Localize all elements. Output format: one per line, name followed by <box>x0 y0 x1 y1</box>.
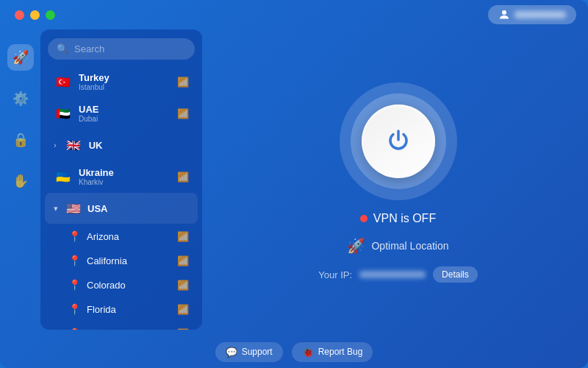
minimize-button[interactable] <box>30 10 40 20</box>
uae-name: UAE <box>79 104 171 115</box>
search-bar: 🔍 <box>48 38 195 60</box>
server-item-usa[interactable]: 🇺🇸 USA <box>45 193 198 224</box>
server-subitem-colorado[interactable]: 📍 Colorado 📶 <box>45 273 198 297</box>
vpn-status: VPN is OFF <box>360 212 436 225</box>
right-panel: VPN is OFF 🚀 Optimal Location Your IP: D… <box>208 29 588 336</box>
ukraine-flag: 🇺🇦 <box>54 167 73 186</box>
report-bug-label: Report Bug <box>318 347 363 357</box>
user-icon <box>498 9 510 21</box>
uk-name: UK <box>89 140 189 151</box>
report-bug-button[interactable]: 🐞 Report Bug <box>292 342 373 362</box>
settings-nav-icon: ⚙️ <box>12 91 29 107</box>
turkey-flag: 🇹🇷 <box>54 72 73 91</box>
uk-info: UK <box>89 140 189 151</box>
server-item-turkey[interactable]: 🇹🇷 Turkey Istanbul 📶 <box>45 66 198 97</box>
maximize-button[interactable] <box>46 10 55 20</box>
uk-flag: 🇬🇧 <box>64 135 83 155</box>
main-content: 🚀 ⚙️ 🔒 ✋ 🔍 🇹🇷 Tu <box>0 29 588 336</box>
turkey-name: Turkey <box>79 72 171 83</box>
california-signal-icon: 📶 <box>177 255 189 266</box>
rocket-icon: 🚀 <box>347 237 365 255</box>
uae-info: UAE Dubai <box>79 104 171 123</box>
california-pin-icon: 📍 <box>68 255 81 266</box>
sidebar-item-privacy[interactable]: ✋ <box>7 168 34 194</box>
sidebar-item-security[interactable]: 🔒 <box>7 127 34 153</box>
search-icon: 🔍 <box>57 43 68 54</box>
title-bar <box>0 0 588 29</box>
hand-nav-icon: ✋ <box>12 173 29 189</box>
user-account-button[interactable] <box>488 5 576 24</box>
sidebar-item-servers[interactable]: 🚀 <box>7 44 34 71</box>
server-panel: 🔍 🇹🇷 Turkey Istanbul 📶 🇦🇪 <box>40 29 202 330</box>
support-button[interactable]: 💬 Support <box>215 342 283 362</box>
uae-flag: 🇦🇪 <box>54 104 73 123</box>
arizona-name: Arizona <box>87 231 171 242</box>
traffic-lights <box>15 10 55 20</box>
server-item-ukraine[interactable]: 🇺🇦 Ukraine Kharkiv 📶 <box>45 161 198 192</box>
turkey-city: Istanbul <box>79 83 171 91</box>
power-icon <box>384 127 413 156</box>
sidebar-item-settings[interactable]: ⚙️ <box>7 85 34 112</box>
arizona-pin-icon: 📍 <box>68 230 81 242</box>
vpn-status-label: VPN is OFF <box>373 212 436 225</box>
app-window: 🚀 ⚙️ 🔒 ✋ 🔍 🇹🇷 Tu <box>0 0 588 368</box>
california-name: California <box>87 255 171 266</box>
ukraine-city: Kharkiv <box>79 178 171 186</box>
bottom-bar: 💬 Support 🐞 Report Bug <box>0 336 588 368</box>
lock-nav-icon: 🔒 <box>12 132 29 148</box>
colorado-pin-icon: 📍 <box>68 279 81 291</box>
server-subitem-arizona[interactable]: 📍 Arizona 📶 <box>45 224 198 248</box>
server-list: 🇹🇷 Turkey Istanbul 📶 🇦🇪 UAE Dubai 📶 <box>40 66 202 330</box>
ukraine-name: Ukraine <box>79 167 171 178</box>
sidebar-icons: 🚀 ⚙️ 🔒 ✋ <box>0 29 40 336</box>
servers-nav-icon: 🚀 <box>12 49 29 66</box>
optimal-location[interactable]: 🚀 Optimal Location <box>347 237 448 255</box>
close-button[interactable] <box>15 10 24 20</box>
optimal-location-label: Optimal Location <box>371 240 448 252</box>
arizona-signal-icon: 📶 <box>177 231 189 242</box>
usa-flag: 🇺🇸 <box>64 199 83 218</box>
server-subitem-georgia[interactable]: 📍 Georgia 📶 <box>45 322 198 330</box>
search-input[interactable] <box>74 43 186 54</box>
uae-city: Dubai <box>79 115 171 123</box>
ip-value <box>359 271 426 278</box>
georgia-name: Georgia <box>87 328 171 330</box>
georgia-pin-icon: 📍 <box>68 328 81 330</box>
bug-icon: 🐞 <box>302 347 314 358</box>
ip-row: Your IP: Details <box>318 266 477 283</box>
uk-expand-icon <box>54 141 57 149</box>
support-icon: 💬 <box>226 347 237 358</box>
georgia-signal-icon: 📶 <box>177 328 189 330</box>
usa-name: USA <box>87 203 107 214</box>
florida-pin-icon: 📍 <box>68 303 81 315</box>
details-button[interactable]: Details <box>433 266 478 283</box>
uae-signal-icon: 📶 <box>177 108 189 119</box>
server-item-uae[interactable]: 🇦🇪 UAE Dubai 📶 <box>45 98 198 129</box>
power-ring-outer <box>340 82 457 200</box>
power-button[interactable] <box>362 105 435 178</box>
username-label <box>514 11 566 18</box>
colorado-name: Colorado <box>87 280 171 291</box>
turkey-signal-icon: 📶 <box>177 77 189 88</box>
ukraine-signal-icon: 📶 <box>177 171 189 183</box>
ukraine-info: Ukraine Kharkiv <box>79 167 171 186</box>
ip-label: Your IP: <box>318 269 352 280</box>
power-ring-middle <box>351 93 446 189</box>
florida-name: Florida <box>87 304 171 315</box>
support-label: Support <box>242 347 273 357</box>
florida-signal-icon: 📶 <box>177 304 189 315</box>
usa-expand-icon <box>54 204 58 213</box>
colorado-signal-icon: 📶 <box>177 280 189 291</box>
turkey-info: Turkey Istanbul <box>79 72 171 91</box>
server-subitem-california[interactable]: 📍 California 📶 <box>45 249 198 272</box>
server-subitem-florida[interactable]: 📍 Florida 📶 <box>45 297 198 321</box>
server-item-uk[interactable]: 🇬🇧 UK <box>45 130 198 160</box>
status-dot-off <box>360 215 368 222</box>
